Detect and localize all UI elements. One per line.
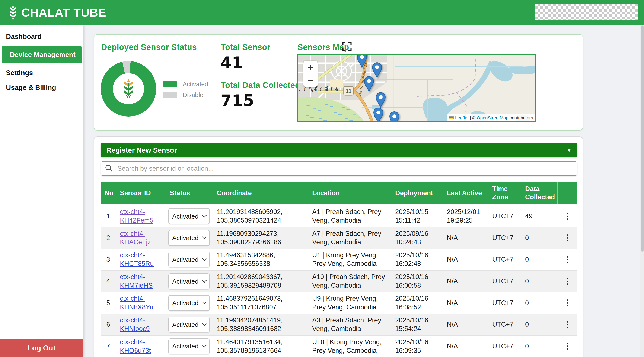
wheat-logo-icon	[122, 79, 135, 99]
status-select[interactable]: Activated	[168, 338, 210, 354]
actions-cell	[557, 206, 577, 227]
status-select[interactable]: Activated	[168, 208, 210, 224]
status-cell: Activated	[166, 292, 212, 314]
sensor-id-link[interactable]: ctx-cht4-KH42Fem5	[120, 208, 161, 225]
row-number-cell: 1	[101, 206, 116, 227]
sensor-id-link[interactable]: ctx-cht4-KHACeTjz	[120, 230, 161, 247]
col-header-last-active: Last Active	[442, 182, 488, 204]
data-collected-cell: 0	[521, 314, 557, 336]
kebab-menu-icon[interactable]	[565, 232, 570, 243]
table-row: 7 ctx-cht4-KHO6u73t Activated 11.4640179…	[101, 336, 577, 357]
sidebar-item-device-management[interactable]: Device Management	[2, 46, 82, 64]
location-cell: A3 | Preah Sdach, Prey Veng, Cambodia	[308, 314, 391, 336]
data-collected-cell: 49	[521, 206, 557, 227]
zoom-in-button[interactable]: +	[304, 61, 318, 74]
status-select[interactable]: Activated	[168, 273, 210, 289]
attribution-divider: | ©	[468, 115, 477, 120]
sidebar-item-dashboard[interactable]: Dashboard	[0, 29, 83, 44]
kebab-menu-icon[interactable]	[565, 211, 570, 222]
sensor-id-link[interactable]: ctx-cht4-KHNlooc9	[120, 316, 161, 333]
actions-cell	[557, 227, 577, 249]
logout-button[interactable]: Log Out	[0, 339, 83, 357]
map-marker-pin[interactable]	[373, 107, 384, 122]
chart-legend: Activated Disable	[163, 81, 208, 102]
actions-cell	[557, 249, 577, 270]
sensor-id-link[interactable]: ctx-cht4-KHCT85Ru	[120, 251, 161, 268]
map-tiles: 11 National Road 11 ក្រុងព្រៃវែង	[298, 55, 535, 121]
app-title: CHALAT TUBE	[21, 6, 106, 20]
map-marker-pin[interactable]	[364, 76, 374, 92]
coordinate-cell: 11.468379261649073, 105.3511171076807	[212, 292, 308, 314]
fullscreen-icon[interactable]	[342, 42, 352, 51]
last-active-cell: N/A	[442, 336, 488, 357]
table-row: 2 ctx-cht4-KHACeTjz Activated 11.1968093…	[101, 227, 577, 249]
status-select[interactable]: Activated	[168, 317, 210, 332]
sensor-id-link[interactable]: ctx-cht4-KHM7ieHS	[120, 273, 161, 290]
chevron-down-icon	[202, 235, 206, 239]
sidebar-item-settings[interactable]: Settings	[0, 66, 83, 80]
kebab-menu-icon[interactable]	[565, 320, 570, 330]
table-row: 4 ctx-cht4-KHM7ieHS Activated 11.2014028…	[101, 270, 577, 292]
table-body: 1 ctx-cht4-KH42Fem5 Activated 11.2019314…	[101, 206, 577, 357]
scrollbar-thumb[interactable]	[641, 26, 644, 252]
register-new-sensor-bar[interactable]: Register New Sensor ▼	[101, 143, 577, 157]
location-cell: U9 | Krong Prey Veng, Prey Veng, Cambodi…	[308, 292, 391, 314]
last-active-cell: N/A	[442, 314, 488, 336]
sidebar: Dashboard Device Management Settings Usa…	[0, 25, 83, 357]
status-cell: Activated	[166, 227, 212, 249]
coordinate-cell: 11.464017913516134, 105.35789196137664	[212, 336, 308, 357]
page-scrollbar[interactable]	[640, 25, 644, 357]
kebab-menu-icon[interactable]	[565, 276, 570, 286]
search-icon	[105, 164, 113, 172]
data-collected-cell: 0	[521, 270, 557, 292]
data-collected-cell: 0	[521, 292, 557, 314]
openstreetmap-link[interactable]: OpenStreetMap	[477, 115, 508, 120]
kebab-menu-icon[interactable]	[565, 254, 570, 265]
total-data-value: 715	[221, 91, 254, 110]
coordinate-cell: 11.4946315342886, 105.34356556338	[212, 249, 308, 270]
kebab-menu-icon[interactable]	[565, 341, 570, 352]
legend-label: Activated	[183, 81, 208, 88]
coordinate-cell: 11.201402869043367, 105.39159329489708	[212, 270, 308, 292]
zoom-out-button[interactable]: −	[304, 74, 318, 87]
status-cell: Activated	[166, 206, 212, 227]
search-input[interactable]	[101, 161, 577, 176]
col-header-sensor-id: Sensor ID	[116, 182, 166, 204]
brand: CHALAT TUBE	[8, 5, 106, 20]
status-select[interactable]: Activated	[168, 295, 210, 311]
deployed-status-title: Deployed Sensor Status	[101, 43, 197, 52]
legend-item-activated: Activated	[163, 81, 208, 88]
sensor-id-cell: ctx-cht4-KHNhX8Yu	[116, 292, 166, 314]
sensors-map[interactable]: 11 National Road 11 ក្រុងព្រៃវែង + − Lea…	[298, 54, 536, 122]
timezone-cell: UTC+7	[488, 314, 521, 336]
status-select[interactable]: Activated	[168, 230, 210, 246]
collapse-caret-icon[interactable]: ▼	[566, 147, 572, 153]
map-marker-pin[interactable]	[389, 111, 400, 122]
coordinate-cell: 11.201931488605902, 105.38650970321424	[212, 206, 308, 227]
map-marker-pin[interactable]	[356, 54, 368, 68]
sensor-id-link[interactable]: ctx-cht4-KHNhX8Yu	[120, 294, 161, 312]
deployment-cell: 2025/10/16 16:02:48	[391, 249, 442, 270]
deployment-cell: 2025/10/16 16:00:58	[391, 270, 442, 292]
status-cell: Activated	[166, 336, 212, 357]
data-collected-cell: 0	[521, 227, 557, 249]
leaflet-link[interactable]: Leaflet	[455, 115, 468, 120]
col-header-no: No	[101, 182, 116, 204]
data-collected-cell: 0	[521, 249, 557, 270]
town-label: ក្រុងព្រៃវែង	[299, 86, 339, 92]
location-cell: A1 | Preah Sdach, Prey Veng, Cambodia	[308, 206, 391, 227]
sensor-id-link[interactable]: ctx-cht4-KHO6u73t	[120, 338, 161, 355]
sensor-id-cell: ctx-cht4-KHM7ieHS	[116, 270, 166, 292]
deployment-cell: 2025/10/16 15:54:24	[391, 314, 442, 336]
kebab-menu-icon[interactable]	[565, 298, 570, 308]
register-bar-label: Register New Sensor	[106, 146, 177, 154]
location-cell: U1 | Krong Prey Veng, Prey Veng, Cambodi…	[308, 249, 391, 270]
total-sensor-value: 41	[221, 53, 243, 72]
sidebar-item-usage-billing[interactable]: Usage & Billing	[0, 80, 83, 95]
table-row: 5 ctx-cht4-KHNhX8Yu Activated 11.4683792…	[101, 292, 577, 314]
status-select[interactable]: Activated	[168, 252, 210, 268]
map-marker-pin[interactable]	[375, 92, 386, 108]
col-header-deployment: Deployment	[391, 182, 442, 204]
row-number-cell: 5	[101, 292, 116, 314]
chevron-down-icon	[202, 343, 206, 348]
